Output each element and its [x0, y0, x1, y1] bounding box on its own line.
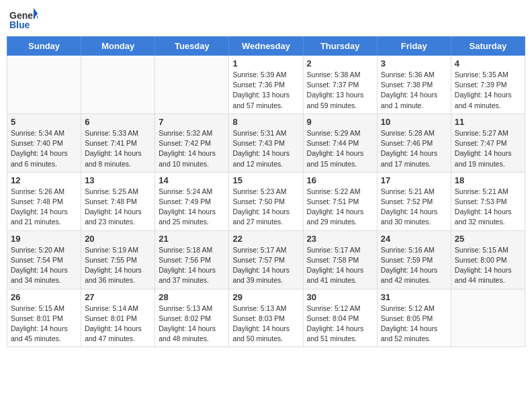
calendar-cell: 20Sunrise: 5:19 AM Sunset: 7:55 PM Dayli…: [81, 230, 155, 289]
day-info: Sunrise: 5:21 AM Sunset: 7:53 PM Dayligh…: [455, 187, 521, 228]
calendar-cell: 30Sunrise: 5:12 AM Sunset: 8:04 PM Dayli…: [303, 289, 377, 347]
logo-icon: General Blue: [9, 7, 38, 31]
day-number: 4: [455, 58, 521, 68]
calendar-week-row: 5Sunrise: 5:34 AM Sunset: 7:40 PM Daylig…: [7, 113, 525, 172]
day-number: 24: [381, 234, 447, 244]
day-info: Sunrise: 5:35 AM Sunset: 7:39 PM Dayligh…: [455, 70, 521, 111]
day-info: Sunrise: 5:28 AM Sunset: 7:46 PM Dayligh…: [381, 128, 447, 169]
calendar-cell: 25Sunrise: 5:15 AM Sunset: 8:00 PM Dayli…: [451, 230, 525, 289]
calendar-table: SundayMondayTuesdayWednesdayThursdayFrid…: [7, 36, 525, 347]
calendar-cell: 9Sunrise: 5:29 AM Sunset: 7:44 PM Daylig…: [303, 113, 377, 172]
calendar-cell: 8Sunrise: 5:31 AM Sunset: 7:43 PM Daylig…: [229, 113, 303, 172]
calendar-cell: 2Sunrise: 5:38 AM Sunset: 7:37 PM Daylig…: [303, 56, 377, 114]
day-number: 26: [11, 292, 77, 302]
day-number: 11: [455, 117, 521, 127]
day-info: Sunrise: 5:14 AM Sunset: 8:01 PM Dayligh…: [85, 304, 151, 345]
calendar-cell: 27Sunrise: 5:14 AM Sunset: 8:01 PM Dayli…: [81, 289, 155, 347]
weekday-header: Thursday: [303, 37, 377, 56]
day-number: 1: [232, 58, 299, 68]
calendar-cell: [7, 56, 81, 114]
day-number: 9: [307, 117, 373, 127]
day-number: 8: [232, 117, 299, 127]
day-info: Sunrise: 5:34 AM Sunset: 7:40 PM Dayligh…: [11, 128, 77, 169]
day-number: 5: [11, 117, 77, 127]
calendar-cell: 19Sunrise: 5:20 AM Sunset: 7:54 PM Dayli…: [7, 230, 81, 289]
day-number: 6: [85, 117, 151, 127]
day-number: 20: [85, 234, 151, 244]
calendar-cell: 1Sunrise: 5:39 AM Sunset: 7:36 PM Daylig…: [229, 56, 303, 114]
day-number: 23: [307, 234, 373, 244]
day-info: Sunrise: 5:17 AM Sunset: 7:57 PM Dayligh…: [232, 245, 299, 286]
day-number: 12: [11, 175, 77, 185]
day-info: Sunrise: 5:19 AM Sunset: 7:55 PM Dayligh…: [85, 245, 151, 286]
calendar-cell: 31Sunrise: 5:12 AM Sunset: 8:05 PM Dayli…: [377, 289, 451, 347]
day-number: 10: [381, 117, 447, 127]
day-number: 21: [159, 234, 225, 244]
day-info: Sunrise: 5:20 AM Sunset: 7:54 PM Dayligh…: [11, 245, 77, 286]
day-info: Sunrise: 5:15 AM Sunset: 8:00 PM Dayligh…: [455, 245, 521, 286]
day-info: Sunrise: 5:25 AM Sunset: 7:48 PM Dayligh…: [85, 187, 151, 228]
calendar-cell: 28Sunrise: 5:13 AM Sunset: 8:02 PM Dayli…: [155, 289, 229, 347]
calendar-cell: 13Sunrise: 5:25 AM Sunset: 7:48 PM Dayli…: [81, 172, 155, 230]
calendar-cell: 14Sunrise: 5:24 AM Sunset: 7:49 PM Dayli…: [155, 172, 229, 230]
calendar-cell: 22Sunrise: 5:17 AM Sunset: 7:57 PM Dayli…: [229, 230, 303, 289]
calendar-week-row: 1Sunrise: 5:39 AM Sunset: 7:36 PM Daylig…: [7, 56, 525, 114]
day-info: Sunrise: 5:13 AM Sunset: 8:02 PM Dayligh…: [159, 304, 225, 345]
calendar-cell: 18Sunrise: 5:21 AM Sunset: 7:53 PM Dayli…: [451, 172, 525, 230]
calendar-week-row: 12Sunrise: 5:26 AM Sunset: 7:48 PM Dayli…: [7, 172, 525, 230]
day-number: 13: [85, 175, 151, 185]
calendar-cell: 26Sunrise: 5:15 AM Sunset: 8:01 PM Dayli…: [7, 289, 81, 347]
calendar-cell: 17Sunrise: 5:21 AM Sunset: 7:52 PM Dayli…: [377, 172, 451, 230]
day-number: 7: [159, 117, 225, 127]
calendar-cell: 15Sunrise: 5:23 AM Sunset: 7:50 PM Dayli…: [229, 172, 303, 230]
day-number: 19: [11, 234, 77, 244]
calendar-cell: 16Sunrise: 5:22 AM Sunset: 7:51 PM Dayli…: [303, 172, 377, 230]
day-number: 16: [307, 175, 373, 185]
day-number: 25: [455, 234, 521, 244]
calendar-cell: 6Sunrise: 5:33 AM Sunset: 7:41 PM Daylig…: [81, 113, 155, 172]
day-info: Sunrise: 5:12 AM Sunset: 8:04 PM Dayligh…: [307, 304, 373, 345]
day-info: Sunrise: 5:29 AM Sunset: 7:44 PM Dayligh…: [307, 128, 373, 169]
weekday-header: Saturday: [451, 37, 525, 56]
day-info: Sunrise: 5:23 AM Sunset: 7:50 PM Dayligh…: [232, 187, 299, 228]
day-info: Sunrise: 5:18 AM Sunset: 7:56 PM Dayligh…: [159, 245, 225, 286]
calendar-cell: 11Sunrise: 5:27 AM Sunset: 7:47 PM Dayli…: [451, 113, 525, 172]
day-info: Sunrise: 5:26 AM Sunset: 7:48 PM Dayligh…: [11, 187, 77, 228]
weekday-header: Sunday: [7, 37, 81, 56]
day-number: 27: [85, 292, 151, 302]
day-info: Sunrise: 5:17 AM Sunset: 7:58 PM Dayligh…: [307, 245, 373, 286]
day-info: Sunrise: 5:12 AM Sunset: 8:05 PM Dayligh…: [381, 304, 447, 345]
day-info: Sunrise: 5:16 AM Sunset: 7:59 PM Dayligh…: [381, 245, 447, 286]
calendar-cell: [81, 56, 155, 114]
day-number: 30: [307, 292, 373, 302]
day-info: Sunrise: 5:27 AM Sunset: 7:47 PM Dayligh…: [455, 128, 521, 169]
page-header: General Blue: [7, 7, 525, 31]
day-info: Sunrise: 5:15 AM Sunset: 8:01 PM Dayligh…: [11, 304, 77, 345]
day-number: 14: [159, 175, 225, 185]
day-number: 3: [381, 58, 447, 68]
weekday-header: Tuesday: [155, 37, 229, 56]
day-info: Sunrise: 5:24 AM Sunset: 7:49 PM Dayligh…: [159, 187, 225, 228]
weekday-header: Friday: [377, 37, 451, 56]
calendar-cell: 24Sunrise: 5:16 AM Sunset: 7:59 PM Dayli…: [377, 230, 451, 289]
day-number: 22: [232, 234, 299, 244]
day-info: Sunrise: 5:32 AM Sunset: 7:42 PM Dayligh…: [159, 128, 225, 169]
day-info: Sunrise: 5:22 AM Sunset: 7:51 PM Dayligh…: [307, 187, 373, 228]
weekday-header: Monday: [81, 37, 155, 56]
day-info: Sunrise: 5:31 AM Sunset: 7:43 PM Dayligh…: [232, 128, 299, 169]
day-info: Sunrise: 5:39 AM Sunset: 7:36 PM Dayligh…: [232, 70, 299, 111]
calendar-cell: 23Sunrise: 5:17 AM Sunset: 7:58 PM Dayli…: [303, 230, 377, 289]
day-number: 2: [307, 58, 373, 68]
calendar-cell: 3Sunrise: 5:36 AM Sunset: 7:38 PM Daylig…: [377, 56, 451, 114]
svg-text:Blue: Blue: [9, 19, 30, 30]
day-info: Sunrise: 5:36 AM Sunset: 7:38 PM Dayligh…: [381, 70, 447, 111]
day-number: 28: [159, 292, 225, 302]
day-number: 29: [232, 292, 299, 302]
day-number: 15: [232, 175, 299, 185]
calendar-cell: 5Sunrise: 5:34 AM Sunset: 7:40 PM Daylig…: [7, 113, 81, 172]
calendar-cell: 4Sunrise: 5:35 AM Sunset: 7:39 PM Daylig…: [451, 56, 525, 114]
calendar-week-row: 19Sunrise: 5:20 AM Sunset: 7:54 PM Dayli…: [7, 230, 525, 289]
calendar-cell: [155, 56, 229, 114]
calendar-cell: [451, 289, 525, 347]
day-info: Sunrise: 5:38 AM Sunset: 7:37 PM Dayligh…: [307, 70, 373, 111]
